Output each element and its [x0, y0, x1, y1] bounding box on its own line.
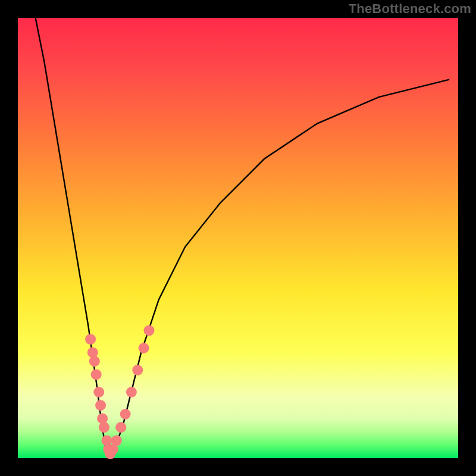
highlight-dot: [144, 325, 155, 336]
highlight-dots: [85, 325, 154, 459]
highlight-dot: [111, 435, 122, 446]
highlight-dot: [89, 356, 100, 367]
highlight-dot: [87, 347, 98, 358]
highlight-dot: [95, 400, 106, 411]
highlight-dot: [126, 387, 137, 397]
plot-area: [18, 18, 458, 458]
highlight-dot: [115, 422, 126, 433]
chart-svg: [18, 18, 458, 458]
watermark-text: TheBottleneck.com: [349, 1, 471, 17]
highlight-dot: [93, 387, 104, 397]
highlight-dot: [91, 369, 102, 380]
highlight-dot: [120, 409, 131, 419]
outer-frame: TheBottleneck.com: [0, 0, 476, 476]
highlight-dot: [132, 365, 143, 375]
highlight-dot: [85, 334, 96, 345]
highlight-dot: [139, 343, 149, 353]
highlight-dot: [99, 422, 109, 433]
